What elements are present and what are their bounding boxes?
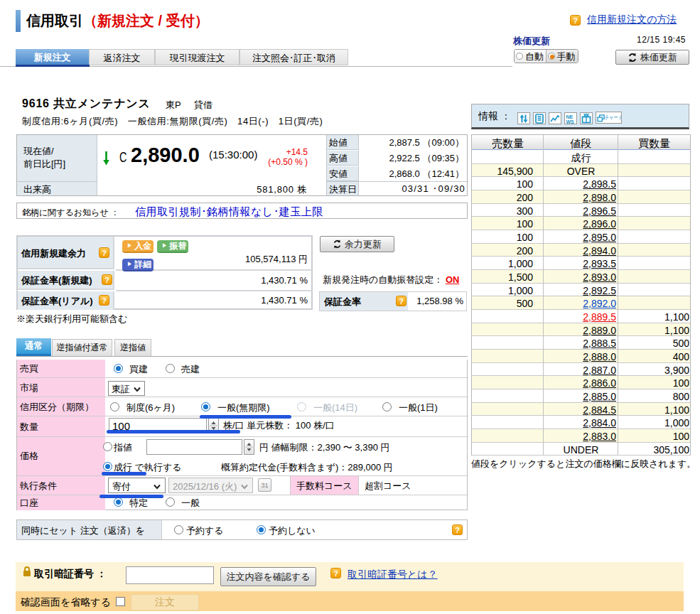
svg-text:WS: WS: [566, 119, 575, 124]
svg-text:NE: NE: [566, 114, 574, 119]
